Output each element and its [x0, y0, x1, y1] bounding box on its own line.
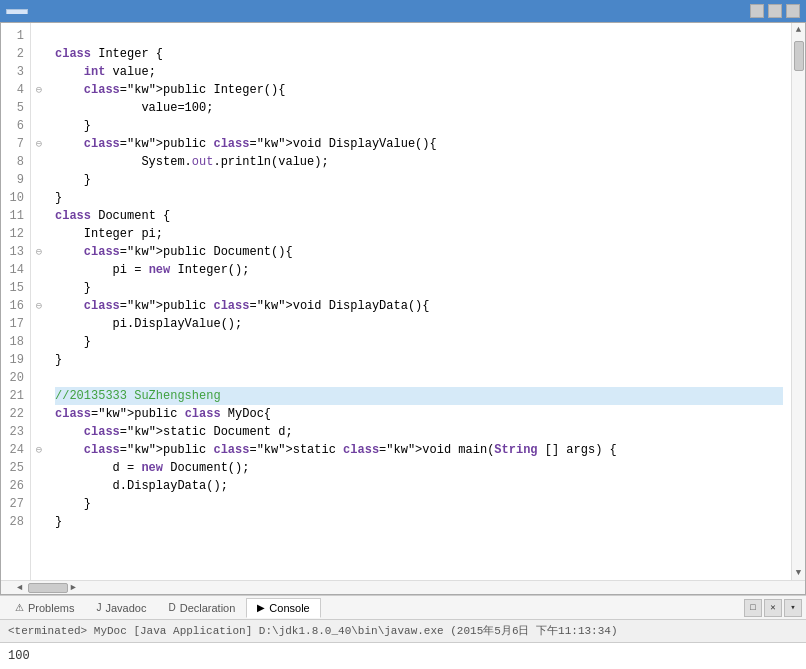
fold-column: ⊖⊖⊖⊖⊖: [31, 23, 47, 580]
scroll-thumb[interactable]: [794, 41, 804, 71]
code-line: class="kw">public Integer(){: [55, 81, 783, 99]
fold-icon: [31, 315, 47, 333]
close-button[interactable]: [786, 4, 800, 18]
code-line: class="kw">public class="kw">static clas…: [55, 441, 783, 459]
tab-action-close[interactable]: ✕: [764, 599, 782, 617]
fold-icon: [31, 171, 47, 189]
console-output: 100: [0, 643, 806, 669]
fold-icon[interactable]: ⊖: [31, 297, 47, 315]
console-status: <terminated> MyDoc [Java Application] D:…: [0, 620, 806, 643]
scroll-up-arrow[interactable]: ▲: [794, 23, 803, 37]
bottom-tab-problems[interactable]: ⚠Problems: [4, 598, 85, 618]
fold-icon: [31, 27, 47, 45]
fold-icon: [31, 459, 47, 477]
scroll-h-thumb[interactable]: [28, 583, 68, 593]
code-line: System.out.println(value);: [55, 153, 783, 171]
tab-label: Console: [269, 602, 309, 614]
fold-icon[interactable]: ⊖: [31, 441, 47, 459]
code-line: d.DisplayData();: [55, 477, 783, 495]
fold-icon: [31, 495, 47, 513]
editor-container: 1234567891011121314151617181920212223242…: [0, 22, 806, 595]
code-line: class="kw">public Document(){: [55, 243, 783, 261]
editor-tab[interactable]: [6, 9, 28, 14]
editor-body: 1234567891011121314151617181920212223242…: [1, 23, 805, 580]
line-numbers: 1234567891011121314151617181920212223242…: [1, 23, 31, 580]
code-line: class="kw">static Document d;: [55, 423, 783, 441]
code-line: }: [55, 495, 783, 513]
fold-icon: [31, 405, 47, 423]
fold-icon: [31, 153, 47, 171]
code-line: }: [55, 351, 783, 369]
fold-icon: [31, 423, 47, 441]
tab-icon: ⚠: [15, 602, 24, 613]
fold-icon: [31, 333, 47, 351]
scroll-left-arrow[interactable]: ◄: [15, 581, 24, 595]
fold-icon[interactable]: ⊖: [31, 135, 47, 153]
code-line: class="kw">public class MyDoc{: [55, 405, 783, 423]
code-line: //20135333 SuZhengsheng: [55, 387, 783, 405]
fold-icon: [31, 63, 47, 81]
title-bar: [0, 0, 806, 22]
code-line: [55, 27, 783, 45]
code-line: int value;: [55, 63, 783, 81]
code-line: }: [55, 279, 783, 297]
tab-label: Declaration: [180, 602, 236, 614]
code-line: value=100;: [55, 99, 783, 117]
tab-icon: D: [168, 602, 175, 613]
tab-list: [6, 9, 28, 14]
console-area: <terminated> MyDoc [Java Application] D:…: [0, 619, 806, 669]
code-line: class Integer {: [55, 45, 783, 63]
tab-icon: J: [96, 602, 101, 613]
tab-label: Problems: [28, 602, 74, 614]
fold-icon: [31, 189, 47, 207]
fold-icon: [31, 387, 47, 405]
fold-icon: [31, 351, 47, 369]
code-area[interactable]: class Integer { int value; class="kw">pu…: [47, 23, 791, 580]
code-line: }: [55, 117, 783, 135]
bottom-tab-console[interactable]: ▶Console: [246, 598, 320, 618]
tab-action-menu[interactable]: ▾: [784, 599, 802, 617]
horizontal-scrollbar[interactable]: ◄ ►: [1, 580, 805, 594]
fold-icon[interactable]: ⊖: [31, 81, 47, 99]
maximize-button[interactable]: [768, 4, 782, 18]
fold-icon: [31, 513, 47, 531]
bottom-tab-declaration[interactable]: DDeclaration: [157, 598, 246, 618]
code-line: }: [55, 333, 783, 351]
code-line: }: [55, 171, 783, 189]
fold-icon: [31, 207, 47, 225]
fold-icon: [31, 117, 47, 135]
minimize-button[interactable]: [750, 4, 764, 18]
code-line: class Document {: [55, 207, 783, 225]
bottom-tab-javadoc[interactable]: JJavadoc: [85, 598, 157, 618]
bottom-tab-bar: ⚠ProblemsJJavadocDDeclaration▶Console□✕▾: [0, 595, 806, 619]
fold-icon: [31, 99, 47, 117]
fold-icon: [31, 279, 47, 297]
scroll-down-arrow[interactable]: ▼: [794, 566, 803, 580]
tab-action-minimize[interactable]: □: [744, 599, 762, 617]
fold-icon: [31, 477, 47, 495]
fold-icon: [31, 45, 47, 63]
code-line: class="kw">public class="kw">void Displa…: [55, 135, 783, 153]
tab-icon: ▶: [257, 602, 265, 613]
fold-icon: [31, 261, 47, 279]
code-line: d = new Document();: [55, 459, 783, 477]
code-line: [55, 369, 783, 387]
fold-icon[interactable]: ⊖: [31, 243, 47, 261]
code-line: }: [55, 189, 783, 207]
tab-label: Javadoc: [105, 602, 146, 614]
code-line: pi = new Integer();: [55, 261, 783, 279]
code-line: }: [55, 513, 783, 531]
scroll-right-arrow[interactable]: ►: [68, 581, 77, 595]
vertical-scrollbar[interactable]: ▲ ▼: [791, 23, 805, 580]
fold-icon: [31, 369, 47, 387]
code-line: Integer pi;: [55, 225, 783, 243]
tab-actions: □✕▾: [744, 599, 802, 617]
window-controls: [750, 4, 800, 18]
code-line: class="kw">public class="kw">void Displa…: [55, 297, 783, 315]
fold-icon: [31, 225, 47, 243]
code-line: pi.DisplayValue();: [55, 315, 783, 333]
